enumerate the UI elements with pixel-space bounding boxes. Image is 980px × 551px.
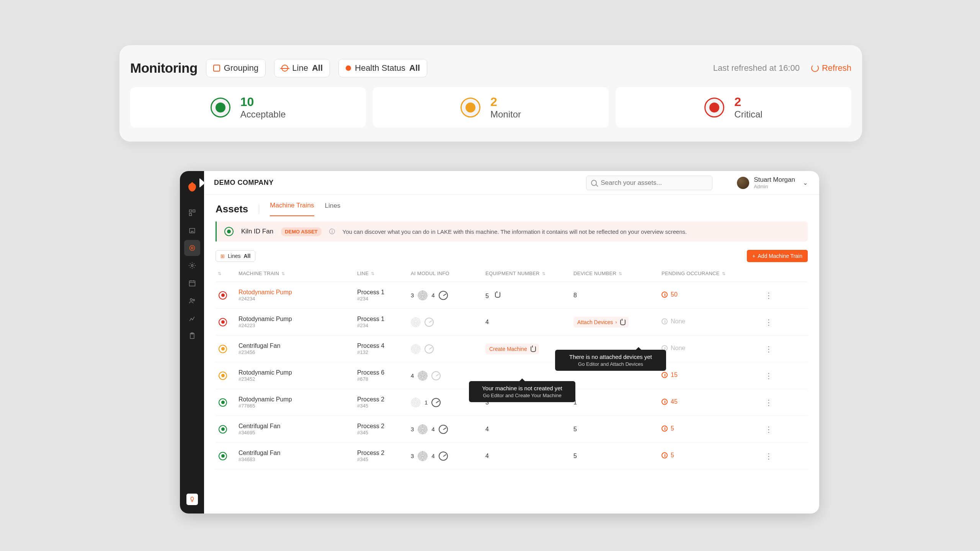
ai-ring-icon: [418, 424, 428, 434]
sidebar-expand-icon[interactable]: [199, 178, 205, 187]
stat-critical[interactable]: 2 Critical: [616, 87, 851, 127]
line-name: Process 2: [357, 423, 411, 430]
line-id: #345: [357, 456, 411, 462]
ai-gauge-value: 4: [431, 292, 434, 298]
svg-rect-2: [189, 214, 191, 216]
tooltip-create-machine: Your machine is not created yet Go Edito…: [469, 381, 575, 402]
sort-icon[interactable]: ⇅: [281, 271, 285, 276]
sidebar-item-calendar[interactable]: [184, 275, 200, 291]
stat-count: 2: [490, 95, 521, 109]
stat-label: Monitor: [490, 109, 521, 120]
demo-info-text: You can discover what you can do in LAKE…: [343, 228, 687, 235]
attach-devices-badge[interactable]: Attach Devices ›: [573, 317, 629, 328]
create-machine-badge[interactable]: Create Machine: [485, 344, 539, 354]
ai-ring-icon: [411, 344, 421, 354]
device-number: 8: [573, 292, 577, 298]
svg-point-6: [191, 265, 193, 267]
ai-gauge-icon: [439, 452, 448, 461]
sort-icon[interactable]: ⇅: [722, 271, 725, 276]
status-dot-icon: [219, 452, 227, 460]
status-summary: 10 Acceptable 2 Monitor 2 Critical: [130, 87, 851, 127]
row-more-menu[interactable]: ⋮: [765, 452, 773, 460]
sort-icon[interactable]: ⇅: [371, 271, 374, 276]
machine-id: #24223: [238, 323, 357, 328]
pending-occurrence: 15: [662, 372, 678, 378]
line-filter[interactable]: Line All: [274, 59, 330, 77]
sidebar-bulb-icon[interactable]: [186, 494, 198, 505]
sidebar-item-clipboard[interactable]: [184, 328, 200, 344]
sort-icon[interactable]: ⇅: [218, 271, 221, 276]
sidebar-item-reports[interactable]: [184, 310, 200, 326]
sort-icon[interactable]: ⇅: [619, 271, 622, 276]
monitoring-header: Monitoring Grouping Line All Health Stat…: [130, 59, 851, 77]
avatar-icon: [737, 177, 749, 189]
pointer-icon: [619, 319, 625, 326]
ai-gauge-icon: [425, 318, 434, 327]
ai-gauge-value: 4: [431, 453, 434, 459]
search-input[interactable]: [586, 176, 712, 190]
app-window: DEMO COMPANY Stuart Morgan Admin ⌄ Asset…: [180, 171, 819, 514]
ai-ring-icon: [418, 371, 428, 381]
app-logo-icon[interactable]: [186, 181, 198, 192]
equipment-number: 5: [485, 293, 489, 299]
row-more-menu[interactable]: ⋮: [765, 372, 773, 380]
col-line: LINE: [357, 271, 369, 276]
add-machine-train-button[interactable]: + Add Machine Train: [747, 250, 808, 262]
chevron-down-icon: ⌄: [803, 179, 808, 186]
row-more-menu[interactable]: ⋮: [765, 425, 773, 434]
status-dot-icon: [219, 372, 227, 380]
row-more-menu[interactable]: ⋮: [765, 318, 773, 326]
sidebar: [180, 171, 204, 514]
machine-name: Rotodynamic Pump: [238, 316, 357, 323]
tooltip-attach-devices: There is no attached devices yet Go Edit…: [555, 350, 666, 371]
row-more-menu[interactable]: ⋮: [765, 291, 773, 300]
table-row[interactable]: Centrifugal Fan#34695Process 2#34534455⋮: [216, 416, 808, 443]
user-menu[interactable]: Stuart Morgan Admin ⌄: [737, 176, 808, 189]
status-dot-icon: [224, 227, 234, 236]
svg-rect-7: [189, 281, 195, 286]
equipment-number: 4: [485, 319, 489, 325]
sidebar-item-buildings[interactable]: [184, 222, 200, 238]
status-dot-icon: [219, 318, 227, 326]
table-row[interactable]: Centrifugal Fan#34683Process 2#34534455⋮: [216, 443, 808, 469]
table-row[interactable]: Rotodynamic Pump#24223Process 1#2344Atta…: [216, 309, 808, 336]
header-right: Last refreshed at 16:00 Refresh: [713, 63, 851, 73]
lines-filter[interactable]: ⊞ Lines All: [216, 250, 255, 262]
line-name: Process 2: [357, 450, 411, 456]
health-filter[interactable]: Health Status All: [338, 59, 427, 77]
table-row[interactable]: Centrifugal Fan#23456Process 4#132Create…: [216, 336, 808, 362]
sidebar-item-users[interactable]: [184, 293, 200, 309]
status-dot-icon: [219, 398, 227, 407]
line-icon: [281, 65, 288, 72]
ai-ring-icon: [411, 317, 421, 327]
ai-ring-value: 3: [411, 426, 414, 432]
plus-icon: +: [752, 253, 755, 259]
line-name: Process 4: [357, 342, 411, 349]
lines-chip-icon: ⊞: [220, 253, 225, 259]
sidebar-item-settings[interactable]: [184, 258, 200, 274]
row-more-menu[interactable]: ⋮: [765, 398, 773, 407]
row-more-menu[interactable]: ⋮: [765, 345, 773, 353]
refresh-button[interactable]: Refresh: [811, 63, 851, 73]
machine-name: Rotodynamic Pump: [238, 289, 357, 296]
ai-ring-icon: [411, 398, 421, 408]
device-number: 5: [573, 426, 577, 432]
grouping-filter[interactable]: Grouping: [206, 59, 266, 77]
sort-icon[interactable]: ⇅: [542, 271, 546, 276]
search-field[interactable]: [601, 179, 707, 187]
sidebar-item-dashboard[interactable]: [184, 205, 200, 221]
stat-monitor[interactable]: 2 Monitor: [373, 87, 609, 127]
status-dot-icon: [219, 345, 227, 353]
sidebar-item-assets[interactable]: [184, 240, 200, 256]
stat-acceptable[interactable]: 10 Acceptable: [130, 87, 366, 127]
equipment-number: 4: [485, 426, 489, 432]
tooltip-sub: Go Editor and Attach Devices: [562, 361, 659, 367]
svg-point-4: [189, 245, 194, 250]
tab-machine-trains[interactable]: Machine Trains: [270, 202, 314, 216]
table-row[interactable]: Rotodynamic Pump#24234Process 1#234345 8…: [216, 282, 808, 309]
tab-lines[interactable]: Lines: [325, 202, 341, 216]
table-header: ⇅ MACHINE TRAIN⇅ LINE⇅ AI MODUL INFO EQU…: [216, 265, 808, 282]
stat-label: Critical: [734, 109, 762, 120]
col-machine: MACHINE TRAIN: [238, 271, 279, 276]
info-icon: ⓘ: [329, 228, 335, 235]
